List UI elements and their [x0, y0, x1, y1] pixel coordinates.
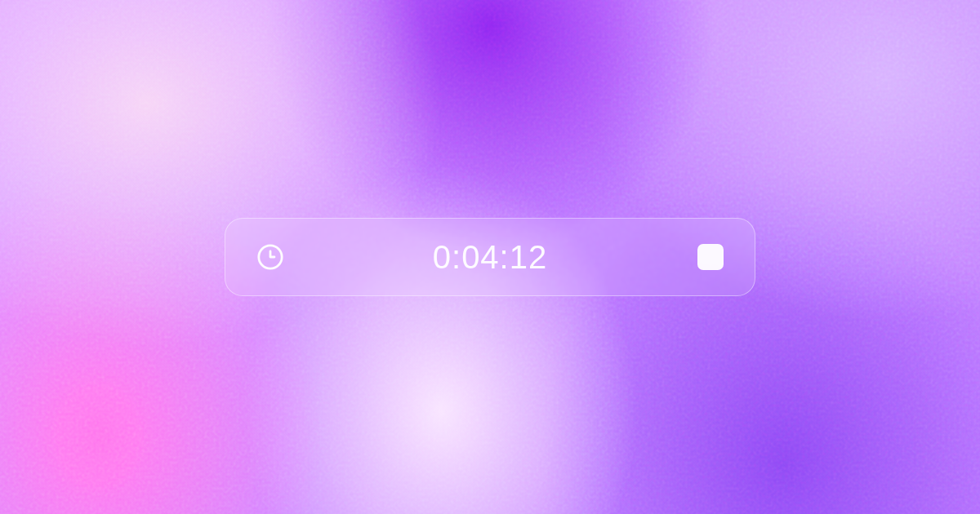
- elapsed-time: 0:04:12: [433, 239, 547, 276]
- timer-widget: 0:04:12: [225, 218, 755, 296]
- clock-icon: [256, 243, 284, 271]
- stop-button[interactable]: [697, 244, 724, 270]
